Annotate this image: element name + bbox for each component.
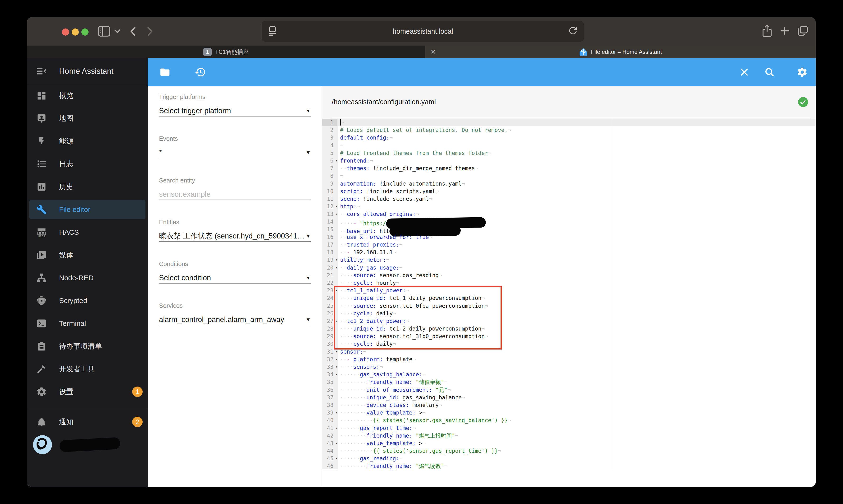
dropdown-arrow-icon[interactable]: ▼ — [306, 317, 311, 323]
chevron-down-icon[interactable] — [114, 29, 120, 34]
line-number: 35 — [322, 378, 337, 386]
code-line: ··- platform: template¬ — [338, 356, 816, 363]
sidebar-item-todo-list[interactable]: 待办事项清单 — [27, 335, 148, 358]
code-line: utility_meter:¬ — [338, 256, 816, 264]
sidebar-toggle-icon[interactable] — [98, 26, 110, 37]
field-events[interactable]: Events * ▼ — [159, 135, 311, 158]
field-value[interactable]: Select trigger platform — [159, 107, 304, 115]
code-line: ········value_template: >¬ — [338, 439, 816, 447]
field-value[interactable]: alarm_control_panel.alarm_arm_away — [159, 316, 304, 324]
reload-icon[interactable] — [569, 26, 577, 37]
field-label: Conditions — [159, 260, 311, 267]
code-line: ····unique_id: tc1_1_daily_powerconsumpt… — [338, 294, 816, 302]
line-number: 39▾ — [322, 409, 337, 416]
line-number: 29 — [322, 332, 337, 340]
editor-footer — [322, 469, 816, 487]
menu-collapse-icon[interactable] — [36, 66, 47, 77]
code-line: script: !include scripts.yaml¬ — [338, 187, 816, 195]
sidebar-user[interactable] — [27, 433, 148, 456]
field-label: Services — [159, 302, 311, 309]
sidebar-item-hacs[interactable]: HACS HACS — [27, 221, 148, 244]
field-entities[interactable]: Entities 晾衣架 工作状态 (sensor.hyd_cn_5900341… — [159, 218, 311, 242]
list-icon — [36, 158, 47, 170]
code-line: ··cors_allowed_origins:¬ — [338, 210, 816, 218]
field-search-entity[interactable]: Search entity sensor.example — [159, 177, 311, 200]
chip-icon — [36, 295, 47, 306]
sidebar-item-history[interactable]: 历史 — [27, 175, 148, 198]
sidebar-item-overview[interactable]: 概览 — [27, 84, 148, 107]
line-number: 16 — [322, 233, 337, 241]
line-number: 15 — [322, 226, 337, 233]
tab-overview-icon[interactable] — [797, 25, 809, 38]
sidebar-item-file-editor[interactable]: File editor — [27, 198, 148, 221]
dropdown-arrow-icon[interactable]: ▼ — [306, 150, 311, 156]
hacs-store-icon: HACS — [36, 227, 47, 238]
sidebar-item-map[interactable]: 地图 — [27, 107, 148, 130]
forward-icon[interactable] — [146, 25, 154, 37]
file-path-input[interactable]: /homeassistant/configuration.yaml — [332, 98, 436, 106]
code-line: ······gas_reading:¬ — [338, 455, 816, 462]
sidebar-item-settings[interactable]: 设置 1 — [27, 380, 148, 403]
field-value[interactable]: * — [159, 148, 304, 157]
line-number: 46 — [322, 462, 337, 469]
line-number: 14 — [322, 218, 337, 226]
code-editor[interactable]: 123456▾789101112▾13▾141516171819▾20▾2122… — [322, 119, 816, 469]
back-icon[interactable] — [129, 25, 137, 37]
code-line: ··use_x_forwarded_for: true¬ — [338, 233, 816, 241]
search-icon[interactable] — [764, 67, 775, 77]
close-tab-icon[interactable]: ✕ — [431, 48, 436, 56]
gear-icon[interactable] — [797, 67, 808, 77]
line-number: 26 — [322, 310, 337, 317]
line-number: 17 — [322, 241, 337, 249]
sidebar-item-node-red[interactable]: Node-RED — [27, 267, 148, 289]
sidebar-item-terminal[interactable]: Terminal — [27, 312, 148, 335]
code-line: http:¬ — [338, 203, 816, 210]
line-number: 18 — [322, 249, 337, 256]
field-value[interactable]: Select condition — [159, 274, 304, 282]
bell-icon — [36, 416, 47, 428]
dropdown-arrow-icon[interactable]: ▼ — [306, 108, 311, 114]
notification-badge: 2 — [132, 417, 143, 427]
line-number: 23▾ — [322, 287, 337, 294]
media-icon — [36, 249, 47, 261]
code-line: ······gas_report_time:¬ — [338, 424, 816, 432]
address-bar[interactable]: homeassistant.local — [261, 21, 584, 42]
sidebar-item-developer-tools[interactable]: 开发者工具 — [27, 358, 148, 380]
field-trigger-platforms[interactable]: Trigger platforms Select trigger platfor… — [159, 93, 311, 116]
line-number: 13▾ — [322, 210, 337, 218]
editor-pane: /homeassistant/configuration.yaml 123456… — [322, 86, 816, 487]
close-window-button[interactable] — [62, 29, 69, 36]
sitemap-icon — [36, 272, 47, 284]
sidebar-item-energy[interactable]: 能源 — [27, 130, 148, 152]
dropdown-arrow-icon[interactable]: ▼ — [306, 233, 311, 239]
line-number: 33▾ — [322, 363, 337, 371]
sidebar-items: 概览 地图 能源 日志 历史 File editor HACS HACS 媒体 … — [27, 84, 148, 403]
gutter: 123456▾789101112▾13▾141516171819▾20▾2122… — [322, 119, 338, 469]
file-editor-toolbar — [148, 58, 816, 86]
field-conditions[interactable]: Conditions Select condition ▼ — [159, 260, 311, 284]
tab-file-editor[interactable]: ✕ File editor – Home Assistant — [425, 46, 816, 58]
folder-icon[interactable] — [160, 67, 171, 77]
code-lines: ¬# Loads default set of integrations. Do… — [338, 119, 816, 469]
sidebar-item-media[interactable]: 媒体 — [27, 244, 148, 267]
dropdown-arrow-icon[interactable]: ▼ — [306, 275, 311, 281]
share-icon[interactable] — [761, 24, 772, 38]
field-value[interactable]: 晾衣架 工作状态 (sensor.hyd_cn_5900341… — [159, 231, 304, 241]
close-icon[interactable] — [739, 67, 749, 77]
minimize-window-button[interactable] — [72, 29, 79, 36]
search-entity-input[interactable]: sensor.example — [159, 190, 311, 199]
browser-window: homeassistant.local 1 TC1智能插座 ✕ — [27, 17, 816, 487]
line-number: 3 — [322, 134, 337, 141]
tab-badge: 1 — [203, 48, 212, 56]
code-line: ····source: sensor.tc1_0fba_powerconsump… — [338, 302, 816, 310]
history-icon[interactable] — [195, 67, 206, 78]
sidebar-item-scrypted[interactable]: Scrypted — [27, 289, 148, 312]
tab-tc1[interactable]: 1 TC1智能插座 — [27, 46, 425, 58]
code-line: ····cycle: hourly¬ — [338, 279, 816, 287]
code-line: ······gas_saving_balance:¬ — [338, 371, 816, 378]
sidebar-item-logbook[interactable]: 日志 — [27, 152, 148, 175]
sidebar-item-notifications[interactable]: 通知 2 — [27, 411, 148, 433]
field-services[interactable]: Services alarm_control_panel.alarm_arm_a… — [159, 302, 311, 325]
new-tab-icon[interactable] — [779, 25, 790, 37]
zoom-window-button[interactable] — [82, 29, 89, 36]
